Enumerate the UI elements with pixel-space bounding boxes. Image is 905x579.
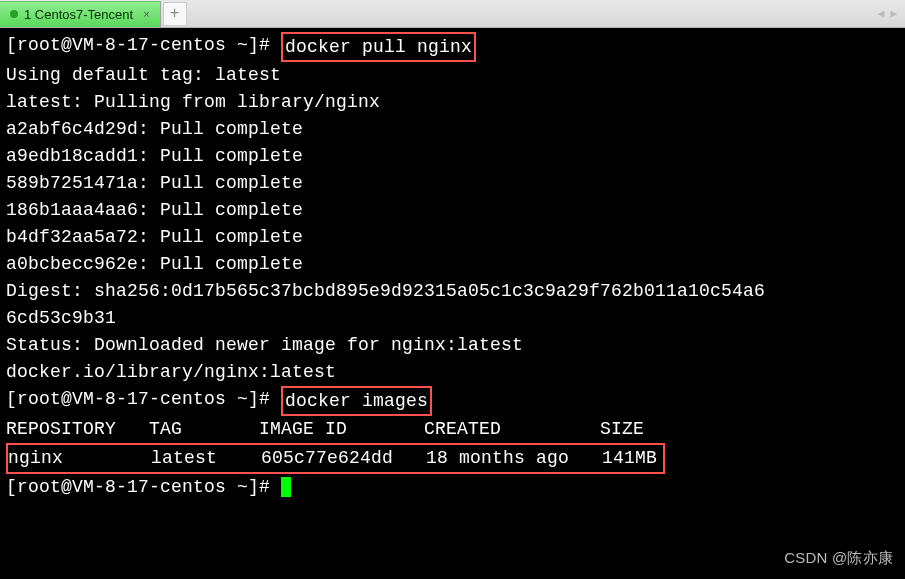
terminal-line: 186b1aaa4aa6: Pull complete [6,197,899,224]
terminal-line: 6cd53c9b31 [6,305,899,332]
status-dot-icon [10,10,18,18]
nav-left-icon[interactable]: ◀ [876,7,887,20]
highlight-pull-cmd: docker pull nginx [281,32,476,62]
terminal-line: [root@VM-8-17-centos ~]# [6,474,899,501]
prompt: [root@VM-8-17-centos ~]# [6,35,270,55]
terminal-line: 589b7251471a: Pull complete [6,170,899,197]
table-row: nginx latest 605c77e624dd 18 months ago … [6,443,665,474]
terminal-line: b4df32aa5a72: Pull complete [6,224,899,251]
tab-nav-arrows: ◀ ▶ [876,7,899,20]
table-header: REPOSITORY TAG IMAGE ID CREATED SIZE [6,416,899,443]
tab-active[interactable]: 1 Centos7-Tencent × [0,1,161,27]
close-icon[interactable]: × [143,8,149,20]
terminal-line: docker.io/library/nginx:latest [6,359,899,386]
terminal[interactable]: [root@VM-8-17-centos ~]# docker pull ngi… [0,28,905,579]
terminal-line: Status: Downloaded newer image for nginx… [6,332,899,359]
watermark: CSDN @陈亦康 [784,547,893,570]
prompt: [root@VM-8-17-centos ~]# [6,389,270,409]
terminal-line: latest: Pulling from library/nginx [6,89,899,116]
tab-title: 1 Centos7-Tencent [24,7,133,22]
terminal-line: a9edb18cadd1: Pull complete [6,143,899,170]
terminal-line: Using default tag: latest [6,62,899,89]
highlight-images-cmd: docker images [281,386,432,416]
cursor-icon [281,477,291,497]
nav-right-icon[interactable]: ▶ [888,7,899,20]
terminal-line: Digest: sha256:0d17b565c37bcbd895e9d9231… [6,278,899,305]
terminal-line: [root@VM-8-17-centos ~]# docker pull ngi… [6,32,899,62]
prompt: [root@VM-8-17-centos ~]# [6,477,270,497]
terminal-line: a0bcbecc962e: Pull complete [6,251,899,278]
terminal-line: a2abf6c4d29d: Pull complete [6,116,899,143]
new-tab-button[interactable]: + [163,2,187,26]
terminal-line: [root@VM-8-17-centos ~]# docker images [6,386,899,416]
tab-bar: 1 Centos7-Tencent × + ◀ ▶ [0,0,905,28]
